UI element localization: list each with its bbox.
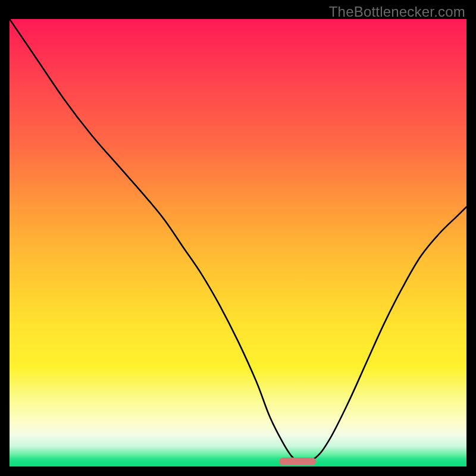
watermark-text: TheBottlenecker.com [329,4,465,20]
chart-frame [10,19,466,466]
chart-curve [10,19,466,466]
bottleneck-marker [279,458,315,465]
